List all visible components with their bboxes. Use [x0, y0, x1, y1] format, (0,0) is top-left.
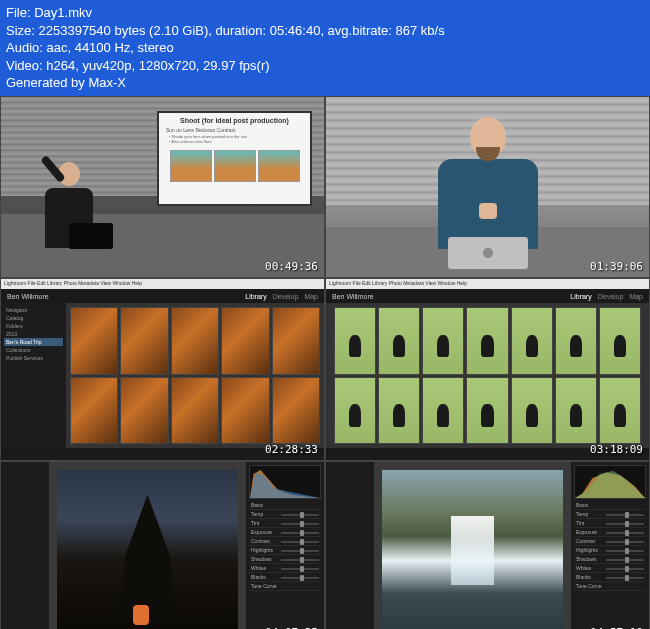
user-name: Ben Willmore [7, 293, 49, 300]
nav-navigator[interactable]: Navigator [4, 306, 63, 314]
photo-thumb[interactable] [70, 307, 118, 374]
slide-img [258, 150, 300, 182]
panel-header[interactable]: Basic [574, 501, 646, 510]
slider-exposure[interactable]: Exposure [574, 528, 646, 537]
histogram-panel[interactable] [574, 465, 646, 499]
left-panel: Navigator Catalog Folders 2013 Ben's Roa… [1, 303, 66, 448]
thumbnail-3[interactable]: Lightroom File Edit Library Photo Metada… [0, 278, 325, 461]
tab-library[interactable]: Library [570, 293, 591, 300]
thumbnail-1[interactable]: Shoot (for ideal post production) Sun on… [0, 96, 325, 279]
timestamp: 01:39:06 [590, 260, 643, 273]
lightroom-body [326, 303, 649, 448]
thumbnail-4[interactable]: Lightroom File Edit Library Photo Metada… [325, 278, 650, 461]
thumbnail-5[interactable]: Basic Temp Tint Exposure Contrast Highli… [0, 461, 325, 629]
photo-thumb[interactable] [422, 377, 464, 444]
photo-thumb[interactable] [272, 377, 320, 444]
slider-temp[interactable]: Temp [574, 510, 646, 519]
module-tabs: Library Develop Map [570, 293, 643, 300]
photo-thumb[interactable] [555, 307, 597, 374]
photo-thumb[interactable] [599, 377, 641, 444]
thumbnail-2[interactable]: 01:39:06 [325, 96, 650, 279]
photo-thumb[interactable] [466, 307, 508, 374]
presenter-head [470, 117, 506, 157]
panel-header[interactable]: Basic [249, 501, 321, 510]
histogram-icon [575, 466, 645, 498]
timestamp: 03:18:09 [590, 443, 643, 456]
slide-subtitle: Sun on Lens Reduces Contrast [166, 127, 306, 133]
slider-contrast[interactable]: Contrast [574, 537, 646, 546]
slide-title: Shoot (for ideal post production) [163, 117, 306, 124]
video-info-line: Video: h264, yuv420p, 1280x720, 29.97 fp… [6, 57, 644, 75]
tab-library[interactable]: Library [245, 293, 266, 300]
file-info-header: File: Day1.mkv Size: 2253397540 bytes (2… [0, 0, 650, 96]
photo-thumb[interactable] [599, 307, 641, 374]
mac-menubar: Lightroom File Edit Library Photo Metada… [1, 279, 324, 289]
slider-temp[interactable]: Temp [249, 510, 321, 519]
slide-images [163, 150, 306, 182]
thumbnail-6[interactable]: Basic Temp Tint Exposure Contrast Highli… [325, 461, 650, 629]
nav-folders[interactable]: Folders [4, 322, 63, 330]
slider-highlights[interactable]: Highlights [249, 546, 321, 555]
tab-map[interactable]: Map [304, 293, 318, 300]
slider-tint[interactable]: Tint [574, 519, 646, 528]
photo-temple [57, 470, 238, 629]
loupe-view[interactable] [49, 462, 246, 629]
mac-menubar: Lightroom File Edit Library Photo Metada… [326, 279, 649, 289]
histogram-panel[interactable] [249, 465, 321, 499]
photo-thumb[interactable] [378, 377, 420, 444]
nav-folder-selected[interactable]: Ben's Road Trip [4, 338, 63, 346]
photo-thumb[interactable] [466, 377, 508, 444]
photo-thumb[interactable] [511, 307, 553, 374]
panel-tonecurve[interactable]: Tone Curve [249, 582, 321, 591]
nav-catalog[interactable]: Catalog [4, 314, 63, 322]
grid-row [334, 307, 641, 374]
photo-thumb[interactable] [378, 307, 420, 374]
photo-thumb[interactable] [511, 377, 553, 444]
photo-thumb[interactable] [221, 377, 269, 444]
panel-tonecurve[interactable]: Tone Curve [574, 582, 646, 591]
develop-body: Basic Temp Tint Exposure Contrast Highli… [326, 462, 649, 629]
slider-exposure[interactable]: Exposure [249, 528, 321, 537]
slider-tint[interactable]: Tint [249, 519, 321, 528]
slider-whites[interactable]: Whites [574, 564, 646, 573]
photo-thumb[interactable] [221, 307, 269, 374]
loupe-view[interactable] [374, 462, 571, 629]
lightroom-topbar: Ben Willmore Library Develop Map [326, 289, 649, 303]
timestamp: 00:49:36 [265, 260, 318, 273]
slider-contrast[interactable]: Contrast [249, 537, 321, 546]
timestamp: 02:28:33 [265, 443, 318, 456]
photo-thumb[interactable] [272, 307, 320, 374]
slider-blacks[interactable]: Blacks [574, 573, 646, 582]
slider-whites[interactable]: Whites [249, 564, 321, 573]
presenter [433, 117, 543, 257]
photo-thumb[interactable] [555, 377, 597, 444]
photo-thumb[interactable] [171, 377, 219, 444]
nav-folder-year[interactable]: 2013 [4, 330, 63, 338]
grid-row [70, 307, 320, 374]
slide-img [170, 150, 212, 182]
audio-info-line: Audio: aac, 44100 Hz, stereo [6, 39, 644, 57]
slider-highlights[interactable]: Highlights [574, 546, 646, 555]
grid-row [70, 377, 320, 444]
tab-develop[interactable]: Develop [273, 293, 299, 300]
photo-thumb[interactable] [171, 307, 219, 374]
develop-body: Basic Temp Tint Exposure Contrast Highli… [1, 462, 324, 629]
tab-develop[interactable]: Develop [598, 293, 624, 300]
photo-thumb[interactable] [120, 377, 168, 444]
slider-blacks[interactable]: Blacks [249, 573, 321, 582]
nav-collections[interactable]: Collections [4, 346, 63, 354]
photo-grid [66, 303, 324, 448]
slider-shadows[interactable]: Shadows [249, 555, 321, 564]
photo-thumb[interactable] [120, 307, 168, 374]
photo-thumb[interactable] [334, 377, 376, 444]
presenter-hands [479, 203, 497, 219]
slider-shadows[interactable]: Shadows [574, 555, 646, 564]
photo-thumb[interactable] [70, 377, 118, 444]
photo-thumb[interactable] [422, 307, 464, 374]
lightroom-topbar: Ben Willmore Library Develop Map [1, 289, 324, 303]
nav-publish[interactable]: Publish Services [4, 354, 63, 362]
photo-grid [326, 303, 649, 448]
photo-thumb[interactable] [334, 307, 376, 374]
file-size-line: Size: 2253397540 bytes (2.10 GiB), durat… [6, 22, 644, 40]
tab-map[interactable]: Map [629, 293, 643, 300]
